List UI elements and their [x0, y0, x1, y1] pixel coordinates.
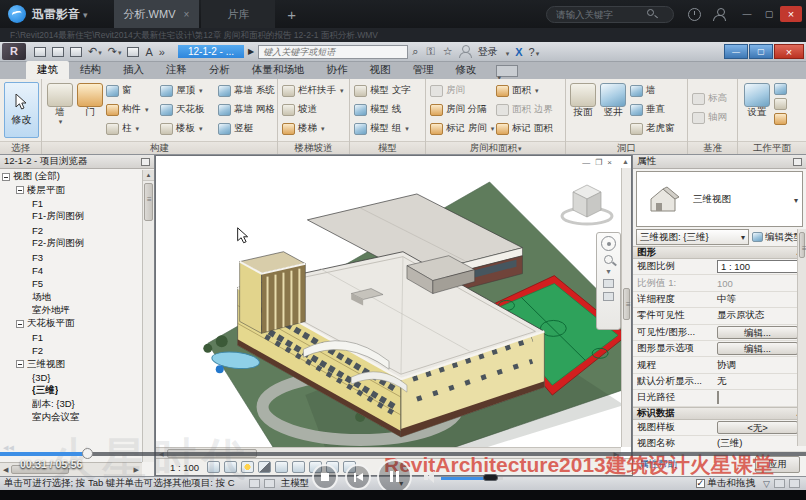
- design-options-icon[interactable]: [264, 479, 275, 488]
- player-minimize-button[interactable]: [736, 6, 758, 22]
- tab-collaborate[interactable]: 协作: [316, 61, 359, 79]
- ceiling-button[interactable]: 天花板: [158, 100, 216, 119]
- edit-button[interactable]: 编辑...: [717, 326, 798, 339]
- edit-type-button[interactable]: 编辑类型: [752, 231, 803, 244]
- video-progress-bar[interactable]: [0, 452, 806, 456]
- property-row[interactable]: 零件可见性显示原状态: [633, 308, 806, 324]
- select-toggle-icon[interactable]: [774, 479, 785, 488]
- drawing-area[interactable]: —❐× ▲ ▼: [155, 155, 632, 476]
- vertical-opening-button[interactable]: 垂直: [628, 100, 684, 119]
- binoculars-icon[interactable]: ⌕: [412, 45, 418, 58]
- property-row[interactable]: 详细程度中等: [633, 292, 806, 308]
- measure-icon[interactable]: [127, 47, 139, 57]
- tab-view[interactable]: 视图: [359, 61, 402, 79]
- tree-item[interactable]: F2: [0, 344, 142, 357]
- tree-item-active-view[interactable]: {三维}: [0, 384, 142, 397]
- properties-scrollbar[interactable]: [797, 229, 806, 446]
- active-design-option[interactable]: 主模型: [281, 477, 310, 490]
- signin-dropdown-icon[interactable]: [505, 46, 510, 58]
- viewer-icon[interactable]: [774, 113, 787, 125]
- opening-by-face-button[interactable]: 按面: [568, 81, 598, 117]
- tab-manage[interactable]: 管理: [402, 61, 445, 79]
- shaft-button[interactable]: 竖井: [598, 81, 628, 117]
- tree-item[interactable]: F4: [0, 264, 142, 277]
- room-separator-button[interactable]: 房间 分隔: [428, 100, 494, 119]
- open-icon[interactable]: [34, 47, 46, 57]
- properties-title[interactable]: 属性: [633, 155, 806, 169]
- tree-item[interactable]: {3D}: [0, 371, 142, 384]
- qat-expand-icon[interactable]: »: [159, 46, 165, 58]
- dock-icon[interactable]: [793, 158, 802, 166]
- set-workplane-button[interactable]: 设置: [740, 81, 774, 117]
- revit-minimize-button[interactable]: [724, 44, 748, 59]
- communication-icon[interactable]: ☆: [443, 45, 453, 58]
- undo-icon[interactable]: ↶: [88, 45, 102, 58]
- model-line-button[interactable]: 模型 线: [352, 100, 424, 119]
- revit-app-button[interactable]: R: [2, 43, 26, 60]
- tree-item[interactable]: F1: [0, 197, 142, 210]
- edit-button[interactable]: 编辑...: [717, 342, 798, 355]
- browser-vertical-scrollbar[interactable]: ▲: [142, 170, 154, 462]
- tree-item[interactable]: 三维视图: [0, 357, 142, 370]
- worksets-icon[interactable]: [249, 479, 260, 488]
- collapse-icon[interactable]: [2, 173, 10, 181]
- scroll-up-icon[interactable]: ▲: [143, 170, 154, 181]
- tree-item[interactable]: 视图 (全部): [0, 170, 142, 183]
- search-icon[interactable]: [647, 9, 654, 16]
- collapse-icon[interactable]: [16, 186, 24, 194]
- redo-icon[interactable]: ↷: [108, 45, 122, 58]
- area-button[interactable]: 面积: [494, 81, 564, 100]
- video-content[interactable]: F:\Revit2014最新住宅\Revit2014大最新住宅设计\第12章 房…: [0, 28, 806, 490]
- tree-item[interactable]: F1: [0, 331, 142, 344]
- tree-item[interactable]: F1-房间图例: [0, 210, 142, 223]
- detail-level-icon[interactable]: [207, 461, 220, 473]
- tab-massing-site[interactable]: 体量和场地: [241, 61, 316, 79]
- modify-button[interactable]: 修改: [4, 82, 39, 138]
- dormer-button[interactable]: 老虎窗: [628, 119, 684, 138]
- text-icon[interactable]: A: [145, 46, 152, 58]
- railing-button[interactable]: 栏杆扶手: [280, 81, 348, 100]
- tree-item[interactable]: 场地: [0, 291, 142, 304]
- help-icon[interactable]: ?: [529, 46, 540, 58]
- shadows-icon[interactable]: [258, 461, 271, 473]
- collapse-icon[interactable]: [16, 360, 24, 368]
- user-icon[interactable]: [713, 8, 726, 21]
- steering-wheel-icon[interactable]: [601, 236, 616, 251]
- ref-plane-icon[interactable]: [774, 98, 787, 110]
- model-text-button[interactable]: 模型 文字: [352, 81, 424, 100]
- subscription-key-icon[interactable]: ⚿: [426, 45, 434, 58]
- room-button[interactable]: 房间: [428, 81, 494, 100]
- player-tab-library[interactable]: 片库: [201, 0, 275, 28]
- project-browser-title[interactable]: 12-1-2 - 项目浏览器: [0, 155, 154, 169]
- tab-analyze[interactable]: 分析: [198, 61, 241, 79]
- tree-item[interactable]: F2-房间图例: [0, 237, 142, 250]
- curtain-grid-button[interactable]: 幕墙 网格: [216, 100, 278, 119]
- type-selector[interactable]: 三维视图 ▾: [636, 171, 803, 227]
- zoom-icon[interactable]: [604, 255, 613, 264]
- rendering-icon[interactable]: [275, 461, 288, 473]
- property-row[interactable]: 视图比例1 : 100: [633, 259, 806, 275]
- grid-button[interactable]: 轴网: [690, 108, 736, 127]
- section-identity-data[interactable]: 标识数据▲: [633, 407, 806, 420]
- tree-item[interactable]: 副本: {3D}: [0, 398, 142, 411]
- tree-item[interactable]: F2: [0, 224, 142, 237]
- tab-modify[interactable]: 修改: [445, 61, 488, 79]
- viewcube[interactable]: [559, 178, 617, 228]
- history-clock-icon[interactable]: [688, 8, 701, 21]
- type-dropdown[interactable]: 三维视图: {三维} ▾: [636, 229, 749, 245]
- wall-button[interactable]: 墙: [44, 81, 76, 127]
- previous-button[interactable]: [345, 464, 371, 490]
- player-maximize-button[interactable]: [758, 6, 780, 22]
- property-row[interactable]: 默认分析显示...无: [633, 374, 806, 390]
- player-app-name[interactable]: 迅雷影音: [32, 6, 88, 23]
- tag-area-button[interactable]: 标记 面积: [494, 119, 564, 138]
- nav-option-icon[interactable]: [603, 279, 614, 288]
- property-row[interactable]: 比例值 1:100: [633, 275, 806, 291]
- infocenter-search-input[interactable]: [258, 45, 408, 59]
- revit-restore-button[interactable]: [749, 44, 773, 59]
- chevron-down-icon[interactable]: ▼: [605, 268, 612, 275]
- exchange-apps-icon[interactable]: X: [515, 46, 522, 58]
- new-tab-button[interactable]: +: [287, 6, 296, 23]
- property-row[interactable]: 日光路径: [633, 390, 806, 406]
- mullion-button[interactable]: 竖梃: [216, 119, 278, 138]
